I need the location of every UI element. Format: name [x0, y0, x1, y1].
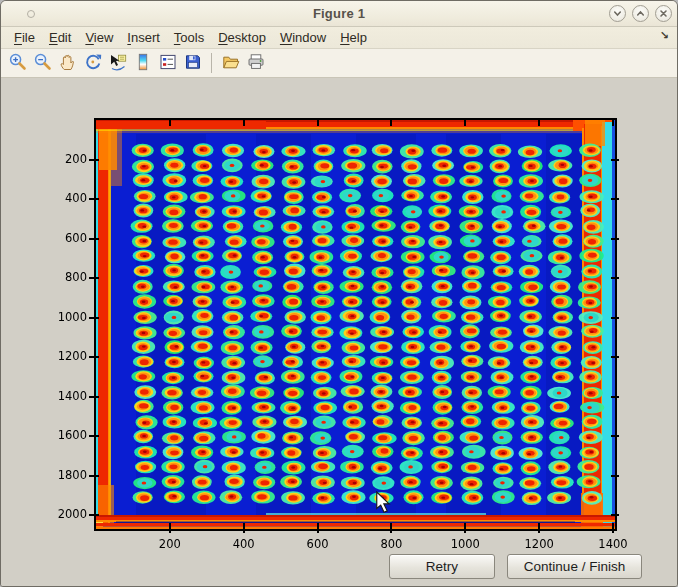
window-controls	[609, 5, 672, 22]
menu-item-window[interactable]: Window	[273, 28, 333, 47]
x-tick-label: 800	[361, 537, 421, 551]
x-tick-mark-top	[464, 120, 466, 126]
menu-item-mnemonic: W	[280, 30, 292, 45]
menu-item-mnemonic: E	[49, 30, 58, 45]
x-tick-label: 200	[140, 537, 200, 551]
menu-item-desktop[interactable]: Desktop	[211, 28, 273, 47]
menu-item-text: dit	[58, 30, 72, 45]
x-tick-mark-top	[169, 120, 171, 126]
y-tick-mark	[89, 435, 99, 437]
rotate-3d-icon	[83, 52, 103, 75]
rotate-3d-button[interactable]	[81, 52, 104, 75]
x-tick-mark	[464, 523, 466, 533]
x-tick-label: 1200	[509, 537, 569, 551]
dock-figure-icon[interactable]: ↘	[660, 29, 669, 42]
y-tick-mark-right	[611, 435, 619, 437]
insert-legend-button[interactable]	[156, 52, 179, 75]
y-tick-mark-right	[611, 514, 619, 516]
x-tick-label: 400	[214, 537, 274, 551]
menu-item-tools[interactable]: Tools	[167, 28, 211, 47]
x-tick-mark	[317, 523, 319, 533]
x-tick-mark	[243, 523, 245, 533]
x-tick-mark	[169, 523, 171, 533]
minimize-button[interactable]	[609, 5, 626, 22]
x-tick-mark	[390, 523, 392, 533]
plot-axes	[94, 118, 617, 531]
y-tick-mark-right	[611, 356, 619, 358]
menu-item-mnemonic: V	[85, 30, 93, 45]
x-tick-mark-top	[243, 120, 245, 126]
y-tick-mark	[89, 396, 99, 398]
y-tick-label: 1600	[39, 428, 87, 442]
y-tick-mark-right	[611, 238, 619, 240]
figure-image[interactable]	[96, 120, 615, 529]
toolbar-separator	[211, 53, 212, 73]
y-tick-label: 1200	[39, 349, 87, 363]
y-tick-mark	[89, 356, 99, 358]
y-tick-label: 200	[39, 152, 87, 166]
insert-legend-icon	[158, 52, 178, 75]
y-tick-mark	[89, 159, 99, 161]
titlebar: Figure 1	[1, 1, 677, 27]
colorbar-button[interactable]	[131, 52, 154, 75]
x-tick-mark-top	[390, 120, 392, 126]
y-tick-label: 600	[39, 231, 87, 245]
pan-button[interactable]	[56, 52, 79, 75]
y-tick-mark-right	[611, 317, 619, 319]
zoom-in-icon	[8, 52, 28, 75]
x-tick-mark	[538, 523, 540, 533]
menu-item-file[interactable]: File	[7, 28, 42, 47]
x-tick-mark-top	[612, 120, 614, 126]
y-tick-mark-right	[611, 198, 619, 200]
y-tick-label: 1800	[39, 468, 87, 482]
menu-item-insert[interactable]: Insert	[120, 28, 167, 47]
menu-item-text: ools	[180, 30, 204, 45]
continue-finish-button[interactable]: Continue / Finish	[507, 554, 642, 579]
menu-item-text: nsert	[131, 30, 160, 45]
maximize-button[interactable]	[632, 5, 649, 22]
save-figure-icon	[183, 52, 203, 75]
y-tick-label: 2000	[39, 507, 87, 521]
y-tick-mark	[89, 277, 99, 279]
menu-item-text: iew	[94, 30, 114, 45]
x-tick-label: 1400	[583, 537, 643, 551]
open-file-button[interactable]	[219, 52, 242, 75]
y-tick-mark	[89, 514, 99, 516]
menu-item-mnemonic: H	[340, 30, 349, 45]
menu-item-text: esktop	[228, 30, 266, 45]
zoom-out-button[interactable]	[31, 52, 54, 75]
chevron-up-icon	[635, 8, 646, 19]
window-title: Figure 1	[1, 6, 677, 21]
y-tick-mark	[89, 238, 99, 240]
data-cursor-button[interactable]	[106, 52, 129, 75]
y-tick-mark	[89, 198, 99, 200]
close-button[interactable]	[655, 5, 672, 22]
zoom-in-button[interactable]	[6, 52, 29, 75]
colorbar-icon	[133, 52, 153, 75]
x-tick-label: 1000	[435, 537, 495, 551]
y-tick-mark	[89, 475, 99, 477]
menu-item-text: indow	[292, 30, 326, 45]
print-figure-button[interactable]	[244, 52, 267, 75]
x-tick-mark-top	[538, 120, 540, 126]
toolbar	[1, 49, 677, 78]
open-file-icon	[221, 52, 241, 75]
y-tick-mark-right	[611, 159, 619, 161]
y-tick-label: 800	[39, 270, 87, 284]
y-tick-label: 1000	[39, 310, 87, 324]
chevron-down-icon	[612, 8, 623, 19]
data-cursor-icon	[108, 52, 128, 75]
pan-icon	[58, 52, 78, 75]
figure-canvas-area: Retry Continue / Finish 2004006008001000…	[1, 79, 677, 586]
menu-item-edit[interactable]: Edit	[42, 28, 78, 47]
x-tick-mark	[612, 523, 614, 533]
menu-item-mnemonic: D	[218, 30, 227, 45]
x-tick-label: 600	[288, 537, 348, 551]
menu-item-mnemonic: F	[14, 30, 22, 45]
y-tick-mark-right	[611, 475, 619, 477]
menu-item-help[interactable]: Help	[333, 28, 374, 47]
save-figure-button[interactable]	[181, 52, 204, 75]
close-icon	[658, 8, 669, 19]
retry-button[interactable]: Retry	[389, 554, 495, 579]
menu-item-view[interactable]: View	[78, 28, 120, 47]
